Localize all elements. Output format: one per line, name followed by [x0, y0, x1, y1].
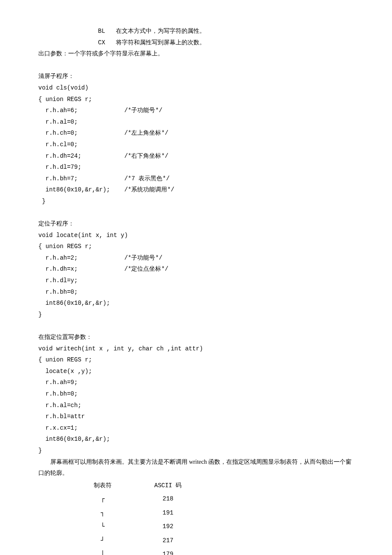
cls-line: r.h.ah=6; /*子功能号*/: [38, 105, 354, 116]
cls-line: r.h.dl=79;: [38, 162, 354, 173]
locate-title: 定位子程序：: [38, 218, 354, 230]
writech-line: r.h.bh=0;: [38, 388, 354, 400]
writech-line: }: [38, 445, 354, 457]
writech-line: r.x.cx=1;: [38, 422, 354, 434]
table-symbol: └: [72, 520, 133, 534]
table-header-ascii: ASCII 码: [133, 479, 203, 492]
cls-line: void cls(void): [38, 82, 354, 94]
cls-line: r.h.bh=7; /*7 表示黑色*/: [38, 173, 354, 185]
cls-line: { union REGS r;: [38, 94, 354, 105]
cls-line: r.h.cl=0;: [38, 139, 354, 150]
table-symbol: ┌: [72, 492, 133, 506]
table-ascii: 179: [133, 547, 203, 555]
table-row: ┐191: [72, 506, 203, 520]
header-cx: CX 将字符和属性写到屏幕上的次数。: [98, 37, 354, 49]
table-ascii: 217: [133, 534, 203, 548]
table-row: └192: [72, 520, 203, 534]
table-row: ┌218: [72, 492, 203, 506]
table-symbol: ┐: [72, 506, 133, 520]
cls-line: }: [38, 196, 354, 207]
writech-line: r.h.ah=9;: [38, 377, 354, 388]
cls-title: 清屏子程序：: [38, 71, 354, 82]
locate-line: void locate(int x, int y): [38, 230, 354, 241]
locate-line: { union REGS r;: [38, 241, 354, 252]
locate-line: }: [38, 309, 354, 321]
writech-title: 在指定位置写参数：: [38, 332, 354, 343]
cls-line: r.h.ch=0; /*左上角坐标*/: [38, 127, 354, 139]
frame-paragraph: 屏幕画框可以用制表符来画。其主要方法是不断调用 writech 函数，在指定区域…: [38, 457, 354, 479]
writech-line: r.h.al=ch;: [38, 400, 354, 411]
table-row: ┘217: [72, 534, 203, 548]
table-ascii: 191: [133, 506, 203, 520]
writech-line: r.h.bl=attr: [38, 411, 354, 422]
writech-line: { union REGS r;: [38, 354, 354, 366]
cls-line: r.h.al=0;: [38, 116, 354, 128]
cls-line: r.h.dh=24; /*右下角坐标*/: [38, 150, 354, 162]
ascii-table: 制表符 ASCII 码 ┌218 ┐191 └192 ┘217 │179 ─19…: [72, 479, 203, 555]
header-bl: BL 在文本方式中，为写字符的属性。: [98, 26, 354, 37]
table-row: │179: [72, 547, 203, 555]
writech-line: int86(0x10,&r,&r);: [38, 434, 354, 445]
locate-line: r.h.dh=x; /*定位点坐标*/: [38, 263, 354, 275]
table-header-row: 制表符 ASCII 码: [72, 479, 203, 492]
cls-line: int86(0x10,&r,&r); /*系统功能调用*/: [38, 184, 354, 196]
exit-param: 出口参数：一个字符或多个字符显示在屏幕上。: [38, 48, 354, 60]
table-symbol: ┘: [72, 534, 133, 548]
table-symbol: │: [72, 547, 133, 555]
locate-line: r.h.ah=2; /*子功能号*/: [38, 252, 354, 264]
writech-line: void writech(int x , int y, char ch ,int…: [38, 343, 354, 355]
table-ascii: 192: [133, 520, 203, 534]
locate-line: r.h.dl=y;: [38, 275, 354, 286]
locate-line: int86(0x10,&r,&r);: [38, 298, 354, 309]
locate-line: r.h.bh=0;: [38, 286, 354, 298]
table-header-symbol: 制表符: [72, 479, 133, 492]
table-ascii: 218: [133, 492, 203, 506]
writech-line: locate(x ,y);: [38, 366, 354, 377]
